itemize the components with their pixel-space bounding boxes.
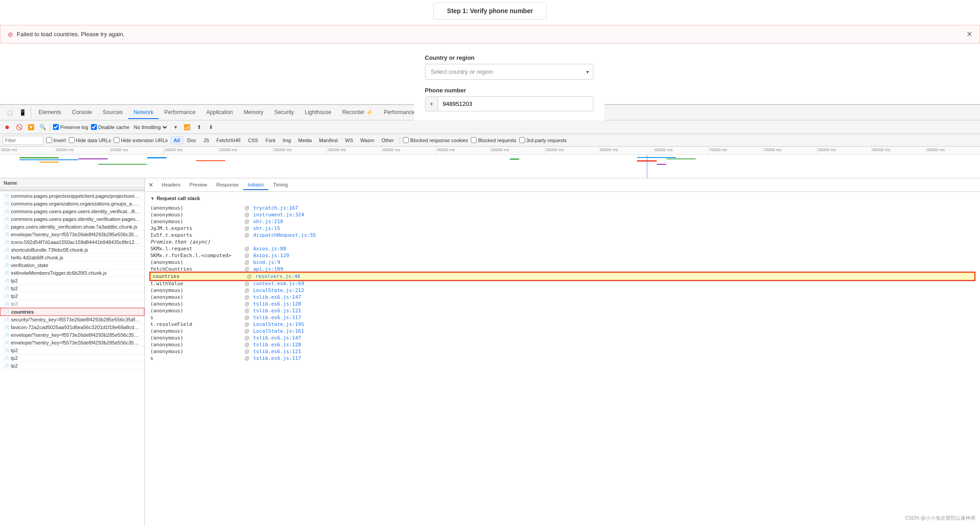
file-item[interactable]: 📄 tp2 xyxy=(0,292,144,300)
hide-extension-urls-checkbox[interactable] xyxy=(114,137,120,143)
stack-link-tslib-128-2[interactable]: tslib.es6.js:128 xyxy=(253,342,301,348)
blocked-requests-checkbox[interactable] xyxy=(471,137,477,143)
stack-link-localstate-161[interactable]: LocalState.js:161 xyxy=(253,328,304,334)
file-item[interactable]: 📄 commons-pages.users-pages.users.identi… xyxy=(0,208,144,215)
tab-lighthouse[interactable]: Lighthouse xyxy=(299,106,337,119)
stack-link-tslib-147-1[interactable]: tslib.es6.js:147 xyxy=(253,294,301,300)
disable-cache-checkbox[interactable] xyxy=(91,124,97,130)
filter-js-button[interactable]: JS xyxy=(200,136,212,144)
stack-link-context-esm[interactable]: context.esm.js:69 xyxy=(253,281,304,287)
stack-link-localstate-195[interactable]: LocalState.js:195 xyxy=(253,321,304,327)
file-item[interactable]: 📄 envelope/?sentry_key=f5573e26de8f4293b… xyxy=(0,231,144,239)
tab-performance[interactable]: Performance xyxy=(159,106,201,119)
hide-data-urls-checkbox[interactable] xyxy=(69,137,75,143)
filter-doc-button[interactable]: Doc xyxy=(184,136,200,144)
detail-close-button[interactable]: ✕ xyxy=(148,182,153,188)
stack-fn: (anonymous) xyxy=(150,219,241,225)
detail-tab-timing[interactable]: Timing xyxy=(268,180,292,190)
filter-input[interactable] xyxy=(3,136,43,145)
file-item[interactable]: 📄 initInviteMembersTrigger.dc6b29f3.chun… xyxy=(0,269,144,277)
throttle-dropdown-icon[interactable]: ▾ xyxy=(171,123,180,132)
file-item[interactable]: 📄 tp2 xyxy=(0,354,144,362)
tab-memory[interactable]: Memory xyxy=(239,106,269,119)
filter-toggle-button[interactable]: 🔽 xyxy=(26,123,35,132)
filter-wasm-button[interactable]: Wasm xyxy=(357,136,378,144)
stack-at: @ xyxy=(244,328,249,334)
file-item[interactable]: 📄 pages.users.identity_verification.show… xyxy=(0,223,144,231)
file-item[interactable]: 📄 commons-pages.organizations.organizati… xyxy=(0,200,144,208)
stack-link-bind[interactable]: bind.js:9 xyxy=(253,259,280,265)
stack-link-instrument[interactable]: instrument.js:324 xyxy=(253,212,304,218)
file-icon: 📄 xyxy=(4,348,9,353)
file-item[interactable]: 📄 security/?sentry_key=f5573e26de8f4293b… xyxy=(0,316,144,324)
filter-manifest-button[interactable]: Manifest xyxy=(316,136,341,144)
stack-link-resolvers[interactable]: resolvers.js:46 xyxy=(255,273,300,279)
filter-css-button[interactable]: CSS xyxy=(245,136,262,144)
stack-link-tslib-121-1[interactable]: tslib.es6.js:121 xyxy=(253,308,301,314)
throttle-select[interactable]: No throttling xyxy=(132,124,168,130)
export-har-icon[interactable]: ⬆ xyxy=(195,123,204,132)
blocked-cookies-checkbox[interactable] xyxy=(403,137,409,143)
stack-link-axios-129[interactable]: Axios.js:129 xyxy=(253,253,289,258)
file-item[interactable]: 📄 tp2 xyxy=(0,347,144,354)
preserve-log-checkbox[interactable] xyxy=(53,124,59,130)
device-toolbar-icon[interactable]: 📱 xyxy=(17,107,28,118)
filter-media-button[interactable]: Media xyxy=(295,136,315,144)
countries-file-item[interactable]: 📄 countries xyxy=(0,308,144,316)
stack-link-tslib-117-2[interactable]: tslib.es6.js:117 xyxy=(253,355,301,361)
clear-button[interactable]: 🚫 xyxy=(14,123,24,132)
tab-network[interactable]: Network xyxy=(128,106,159,119)
network-conditions-icon[interactable]: 📶 xyxy=(183,123,192,132)
filter-fetchxhr-button[interactable]: Fetch/XHR xyxy=(213,136,244,144)
tab-console[interactable]: Console xyxy=(67,106,97,119)
file-item[interactable]: 📄 hello.4d2ab68f.chunk.js xyxy=(0,254,144,262)
stack-link-tslib-128-1[interactable]: tslib.es6.js:128 xyxy=(253,301,301,307)
file-item[interactable]: 📄 commons-pages.users-pages.identity_ver… xyxy=(0,215,144,223)
stack-link-tslib-147-2[interactable]: tslib.es6.js:147 xyxy=(253,335,301,341)
file-item[interactable]: 📄 shortcutsBundle.73febc08.chunk.js xyxy=(0,246,144,254)
tab-recorder[interactable]: Recorder ⚡ xyxy=(337,106,378,119)
stack-link-xhr-210[interactable]: xhr.js:210 xyxy=(253,219,283,225)
filter-ws-button[interactable]: WS xyxy=(342,136,356,144)
file-item[interactable]: 📄 tp2 xyxy=(0,285,144,292)
file-item[interactable]: 📄 icons-592d54f7d1aaa1550ac159d84441b948… xyxy=(0,239,144,246)
filter-other-button[interactable]: Other xyxy=(378,136,397,144)
import-har-icon[interactable]: ⬇ xyxy=(206,123,215,132)
file-item[interactable]: 📄 tp3 xyxy=(0,300,144,308)
detail-tab-initiator[interactable]: Initiator xyxy=(243,180,268,190)
detail-tab-preview[interactable]: Preview xyxy=(185,180,212,190)
file-item[interactable]: 📄 envelope/?sentry_key=f5573e26de8f4293b… xyxy=(0,331,144,339)
file-item[interactable]: 📄 tp2 xyxy=(0,277,144,285)
error-close-button[interactable]: ✕ xyxy=(966,30,972,38)
file-item[interactable]: 📄 envelope/?sentry_key=f5573e26de8f4293b… xyxy=(0,339,144,347)
record-button[interactable]: ⏺ xyxy=(3,123,12,132)
country-select[interactable]: Select country or region xyxy=(425,64,593,80)
filter-img-button[interactable]: Img xyxy=(279,136,294,144)
filter-all-button[interactable]: All xyxy=(171,136,183,144)
detail-tab-headers[interactable]: Headers xyxy=(157,180,185,190)
file-item[interactable]: 📄 commons-pages.projectssnippetclient.pa… xyxy=(0,192,144,200)
filter-font-button[interactable]: Font xyxy=(262,136,278,144)
stack-link-trycatch[interactable]: trycatch.js:167 xyxy=(253,205,298,211)
stack-link-dispatch[interactable]: dispatchRequest.js:55 xyxy=(253,232,316,238)
file-item[interactable]: 📄 verification_state xyxy=(0,262,144,269)
detail-tab-response[interactable]: Response xyxy=(212,180,244,190)
stack-link-localstate-212[interactable]: LocalState.js:212 xyxy=(253,287,304,293)
stack-link-axios-88[interactable]: Axios.js:88 xyxy=(253,246,286,252)
stack-link-xhr-15[interactable]: xhr.js:15 xyxy=(253,225,280,231)
stack-row-fetchcountries: fetchCountries @ api.js:109 xyxy=(150,266,975,273)
third-party-checkbox[interactable] xyxy=(519,137,525,143)
stack-link-tslib-121-2[interactable]: tslib.es6.js:121 xyxy=(253,349,301,354)
tab-security[interactable]: Security xyxy=(269,106,299,119)
stack-link-api[interactable]: api.js:109 xyxy=(253,266,283,272)
search-button[interactable]: 🔍 xyxy=(38,123,47,132)
tab-elements[interactable]: Elements xyxy=(33,106,67,119)
inspect-element-icon[interactable]: ⬚ xyxy=(5,107,15,118)
stack-link-tslib-117-1[interactable]: tslib.es6.js:117 xyxy=(253,315,301,320)
file-item[interactable]: 📄 favicon-72a2cad5025aa931d6ea56c3201d1f… xyxy=(0,324,144,331)
tab-application[interactable]: Application xyxy=(201,106,239,119)
invert-checkbox[interactable] xyxy=(46,137,52,143)
file-item[interactable]: 📄 tp2 xyxy=(0,362,144,370)
phone-input[interactable] xyxy=(438,97,593,111)
tab-sources[interactable]: Sources xyxy=(97,106,128,119)
